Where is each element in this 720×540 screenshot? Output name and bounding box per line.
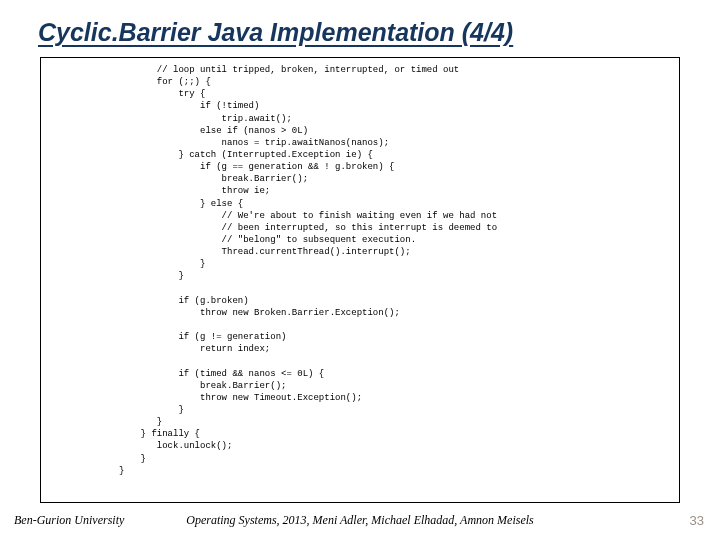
footer: Ben-Gurion University Operating Systems,…	[0, 508, 720, 528]
code-container: // loop until tripped, broken, interrupt…	[40, 57, 680, 503]
page-number: 33	[690, 513, 704, 528]
code-block: // loop until tripped, broken, interrupt…	[41, 64, 679, 477]
slide: Cyclic.Barrier Java Implementation (4/4)…	[0, 0, 720, 540]
slide-title: Cyclic.Barrier Java Implementation (4/4)	[30, 18, 690, 47]
footer-course-info: Operating Systems, 2013, Meni Adler, Mic…	[0, 513, 720, 528]
